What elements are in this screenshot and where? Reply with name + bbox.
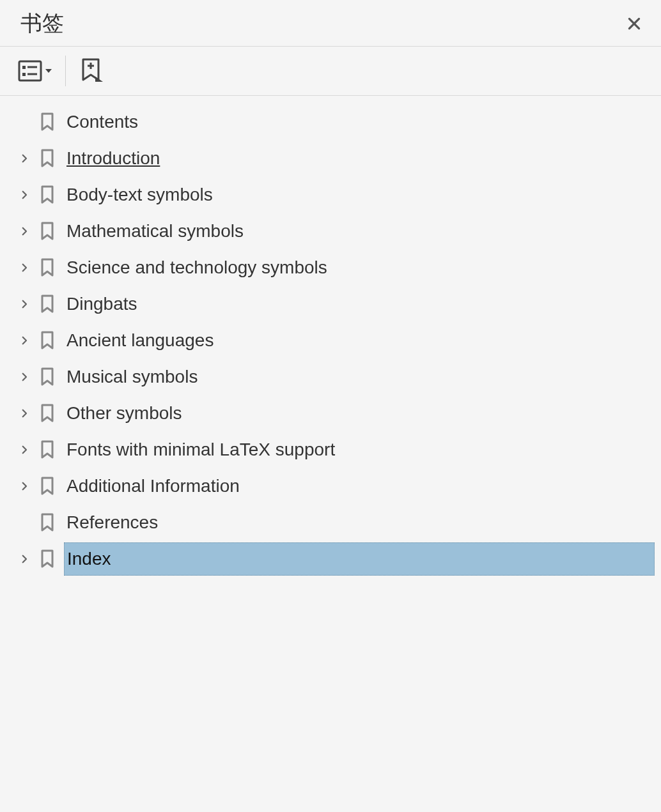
bookmark-row[interactable]: Ancient languages: [0, 322, 661, 358]
bookmark-label[interactable]: Contents: [66, 112, 138, 132]
bookmarks-panel: 书签 ContentsIntroductionBody-t: [0, 0, 661, 577]
list-options-icon: [18, 60, 42, 82]
svg-rect-2: [19, 61, 41, 80]
bookmark-label[interactable]: Ancient languages: [66, 330, 214, 351]
panel-toolbar: [0, 47, 661, 96]
bookmark-icon: [36, 293, 59, 316]
find-bookmark-button[interactable]: [79, 57, 103, 84]
bookmark-row[interactable]: Science and technology symbols: [0, 249, 661, 286]
bookmark-label[interactable]: Introduction: [66, 148, 160, 169]
bookmark-row[interactable]: Fonts with minimal LaTeX support: [0, 431, 661, 468]
toolbar-separator: [65, 56, 66, 86]
bookmark-label-wrap[interactable]: References: [64, 504, 655, 540]
bookmark-label-wrap[interactable]: Ancient languages: [64, 322, 655, 358]
bookmark-icon: [36, 183, 59, 206]
expand-chevron-icon: [13, 511, 36, 534]
bookmark-label[interactable]: Index: [67, 549, 111, 569]
bookmark-label-wrap[interactable]: Index: [64, 542, 655, 576]
bookmark-label[interactable]: Fonts with minimal LaTeX support: [66, 440, 335, 460]
bookmark-row[interactable]: Contents: [0, 103, 661, 140]
expand-chevron-icon[interactable]: [13, 548, 36, 571]
bookmark-label[interactable]: References: [66, 512, 158, 533]
svg-rect-3: [22, 66, 26, 69]
bookmark-row[interactable]: Musical symbols: [0, 358, 661, 395]
bookmark-locate-icon: [79, 57, 103, 84]
bookmark-label[interactable]: Mathematical symbols: [66, 221, 244, 241]
panel-header: 书签: [0, 0, 661, 47]
bookmark-label[interactable]: Science and technology symbols: [66, 257, 327, 278]
expand-chevron-icon[interactable]: [13, 220, 36, 243]
bookmark-label-wrap[interactable]: Contents: [64, 103, 655, 140]
bookmark-row[interactable]: Other symbols: [0, 395, 661, 431]
bookmark-icon: [36, 220, 59, 243]
expand-chevron-icon: [13, 111, 36, 134]
expand-chevron-icon[interactable]: [13, 293, 36, 316]
bookmark-icon: [36, 256, 59, 279]
bookmark-label-wrap[interactable]: Mathematical symbols: [64, 213, 655, 249]
bookmark-row[interactable]: Mathematical symbols: [0, 213, 661, 249]
bookmark-row[interactable]: Body-text symbols: [0, 176, 661, 213]
options-button[interactable]: [18, 60, 52, 82]
bookmark-label-wrap[interactable]: Fonts with minimal LaTeX support: [64, 431, 655, 468]
close-button[interactable]: [621, 11, 647, 36]
expand-chevron-icon[interactable]: [13, 475, 36, 498]
svg-rect-5: [22, 73, 26, 76]
bookmark-label-wrap[interactable]: Science and technology symbols: [64, 249, 655, 286]
panel-title: 书签: [20, 9, 64, 38]
bookmark-label[interactable]: Dingbats: [66, 294, 137, 314]
bookmark-icon: [36, 475, 59, 498]
bookmark-icon: [36, 402, 59, 425]
dropdown-caret-icon: [45, 67, 52, 75]
expand-chevron-icon[interactable]: [13, 329, 36, 352]
bookmark-row[interactable]: Introduction: [0, 140, 661, 176]
bookmark-label-wrap[interactable]: Body-text symbols: [64, 176, 655, 213]
bookmark-icon: [36, 511, 59, 534]
expand-chevron-icon[interactable]: [13, 256, 36, 279]
close-icon: [626, 15, 642, 32]
bookmark-label[interactable]: Additional Information: [66, 476, 240, 496]
bookmark-label-wrap[interactable]: Additional Information: [64, 468, 655, 504]
bookmark-icon: [36, 329, 59, 352]
expand-chevron-icon[interactable]: [13, 147, 36, 170]
bookmark-tree: ContentsIntroductionBody-text symbolsMat…: [0, 96, 661, 577]
bookmark-label[interactable]: Musical symbols: [66, 367, 198, 387]
bookmark-icon: [36, 438, 59, 461]
bookmark-label[interactable]: Body-text symbols: [66, 185, 213, 205]
bookmark-icon: [36, 147, 59, 170]
bookmark-row[interactable]: References: [0, 504, 661, 540]
bookmark-label[interactable]: Other symbols: [66, 403, 182, 424]
expand-chevron-icon[interactable]: [13, 365, 36, 388]
expand-chevron-icon[interactable]: [13, 183, 36, 206]
bookmark-icon: [36, 365, 59, 388]
expand-chevron-icon[interactable]: [13, 438, 36, 461]
bookmark-label-wrap[interactable]: Other symbols: [64, 395, 655, 431]
expand-chevron-icon[interactable]: [13, 402, 36, 425]
bookmark-row[interactable]: Additional Information: [0, 468, 661, 504]
bookmark-icon: [36, 111, 59, 134]
bookmark-icon: [36, 548, 59, 571]
bookmark-row[interactable]: Dingbats: [0, 286, 661, 322]
bookmark-row[interactable]: Index: [0, 540, 661, 577]
bookmark-label-wrap[interactable]: Introduction: [64, 140, 655, 176]
bookmark-label-wrap[interactable]: Dingbats: [64, 286, 655, 322]
bookmark-label-wrap[interactable]: Musical symbols: [64, 358, 655, 395]
svg-marker-7: [45, 69, 52, 73]
